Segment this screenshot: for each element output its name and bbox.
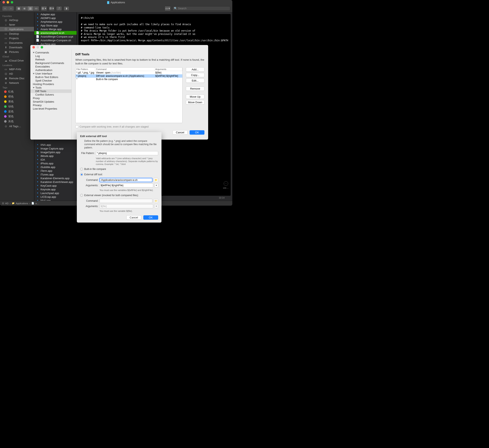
col-command[interactable]: Command	[95, 67, 155, 71]
checkbox-icon[interactable]	[75, 125, 78, 128]
nav-item-spell-checker[interactable]: Spell Checker	[30, 79, 72, 82]
edit-button[interactable]: Edit...	[186, 78, 204, 83]
nav-group[interactable]: Tools	[30, 86, 72, 90]
back-button[interactable]: ‹	[2, 6, 8, 11]
file-row[interactable]: 🔹iMovie.app	[34, 154, 77, 158]
sidebar-item-icloud[interactable]: ☁iCloud Drive	[0, 58, 34, 63]
radio-viewer[interactable]: External viewer (invoked for both compar…	[80, 194, 158, 197]
tags-button[interactable]: ◗	[64, 6, 69, 11]
sidebar-item-remote-disc[interactable]: ◉Remote Disc	[0, 76, 34, 81]
file-row[interactable]: 🔹Amphetamine.app	[34, 20, 77, 24]
close-icon[interactable]	[33, 46, 35, 49]
file-row[interactable]: 🔹iOA	[34, 158, 77, 162]
file-row[interactable]: 🔹Keynote.app	[34, 187, 77, 191]
sidebar-item-hd[interactable]: ⊡HD	[0, 71, 34, 76]
file-row[interactable]: 🔹Adapter.app	[34, 12, 77, 16]
nav-item-log[interactable]: Log	[30, 54, 72, 58]
ok-button[interactable]: OK	[190, 130, 204, 135]
view-list-button[interactable]: ≣	[22, 6, 27, 11]
file-row[interactable]: 🔹iSubtitle.app	[34, 165, 77, 169]
sidebar-item-airdrop[interactable]: ◎AirDrop	[0, 18, 34, 22]
minimize-icon[interactable]	[7, 1, 9, 3]
view-gallery-button[interactable]: ▭	[33, 6, 39, 11]
file-row[interactable]: 🔹Karabiner-Elements.app	[34, 176, 77, 180]
file-row[interactable]: 📄araxiscompare-w.sh	[34, 31, 77, 35]
view-column-button[interactable]: ▥	[27, 6, 33, 11]
file-row[interactable]: 🔹LICEcap.app	[34, 195, 77, 199]
prefs-nav[interactable]: CommandsLogRefreshBackground CommandsExe…	[30, 49, 72, 139]
arrange-button[interactable]: ⊞ ▾	[41, 6, 47, 11]
sidebar-tag[interactable]: 灰色	[0, 119, 34, 124]
more-icon[interactable]: ⋯	[224, 181, 228, 186]
nav-item-refresh[interactable]: Refresh	[30, 58, 72, 61]
copy-button[interactable]: Copy...	[186, 73, 204, 77]
ok-button[interactable]: OK	[143, 215, 158, 220]
sidebar-tag[interactable]: 橙色	[0, 94, 34, 99]
sidebar-item-downloads[interactable]: ⬇Downloads	[0, 45, 34, 49]
file-row[interactable]: 🔹Araxis Merge.app	[34, 27, 77, 31]
sidebar-item-all-tags[interactable]: ⊙ All Tags…	[0, 124, 34, 128]
sidebar-item-pictures[interactable]: ▣Pictures	[0, 49, 34, 54]
col-arguments[interactable]: Arguments	[155, 67, 182, 71]
file-row[interactable]: 🔹iTunes.app	[34, 173, 77, 176]
sidebar-tag[interactable]: 绿色	[0, 104, 34, 109]
sidebar-item-desktop[interactable]: ▭Desktop	[0, 31, 34, 36]
nav-item-built-in-text-editors[interactable]: Built-in Text Editors	[30, 75, 72, 79]
nav-item-proxy[interactable]: Proxy	[30, 96, 72, 100]
nav-item-executables[interactable]: Executables	[30, 65, 72, 68]
table-row[interactable]: *Built-in file compare	[76, 78, 182, 81]
table-row[interactable]: *.gif, *.png, *.jpgViewer: open (/usr/bi…	[76, 71, 182, 74]
sidebar-item-network[interactable]: ⊕Network	[0, 81, 34, 85]
path-segment[interactable]: a…	[35, 202, 39, 204]
radio-builtin[interactable]: Built-in file compare	[80, 167, 158, 171]
diff-tools-table[interactable]: File Pattern Command Arguments *.gif, *.…	[75, 67, 183, 123]
add-button[interactable]: Add...	[186, 67, 204, 72]
move-down-button[interactable]: Move Down	[186, 100, 204, 105]
file-row[interactable]: 🔹ImageOptim.app	[34, 150, 77, 154]
action-button[interactable]: ⚙ ▾	[49, 6, 55, 11]
nav-item-background-commands[interactable]: Background Commands	[30, 61, 72, 65]
nav-item-privacy[interactable]: Privacy	[30, 103, 72, 107]
sidebar-item-faner[interactable]: ⌂faner	[0, 22, 34, 27]
file-row[interactable]: 🔹KeyCastr.app	[34, 184, 77, 187]
file-row[interactable]: 🔹iTerm.app	[34, 169, 77, 173]
nav-item-smartgit-updates[interactable]: SmartGit Updates	[30, 100, 72, 103]
zoom-icon[interactable]	[41, 46, 43, 49]
nav-item-authentication[interactable]: Authentication	[30, 68, 72, 72]
sidebar-tag[interactable]: 红色	[0, 89, 34, 94]
remove-button[interactable]: Remove	[186, 87, 204, 91]
cancel-button[interactable]: Cancel	[126, 215, 141, 220]
file-pattern-input[interactable]	[96, 151, 158, 155]
sidebar-item-applications[interactable]: ⒶApplications	[0, 27, 34, 31]
sidebar-item-projects[interactable]: ▭Projects	[0, 36, 34, 41]
sidebar-tag[interactable]: 黄色	[0, 99, 34, 104]
file-row[interactable]: 🔹Image Capture.app	[34, 147, 77, 150]
file-row[interactable]: 🔹Launchpad.app	[34, 191, 77, 195]
forward-button[interactable]: ›	[8, 6, 14, 11]
cancel-button[interactable]: Cancel	[173, 130, 187, 135]
sidebar-tag[interactable]: 蓝色	[0, 109, 34, 114]
col-file-pattern[interactable]: File Pattern	[76, 67, 95, 71]
view-icon-button[interactable]: ▦	[16, 6, 22, 11]
nav-item-hosting-providers[interactable]: Hosting Providers	[30, 82, 72, 86]
table-row[interactable]: *.pbxprojDiff tool: araxiscompare-w.sh (…	[76, 74, 182, 78]
file-row[interactable]: 🔹Karabiner-EventViewer.app	[34, 180, 77, 184]
nav-item-low-level-properties[interactable]: Low-level Properties	[30, 107, 72, 110]
share-button[interactable]: ⤴	[56, 6, 62, 11]
sidebar-tag[interactable]: 紫色	[0, 114, 34, 119]
search-input[interactable]: 🔍 Search	[172, 6, 230, 11]
nav-group[interactable]: Commands	[30, 51, 72, 54]
sidebar-item-mbp-fan[interactable]: ▭MBP-FAN	[0, 67, 34, 71]
file-row[interactable]: 📄AraxisMerge-Compare.sh	[34, 38, 77, 42]
command-input[interactable]	[99, 178, 152, 182]
browse-button[interactable]: 📁	[154, 178, 158, 182]
file-row[interactable]: 📄AraxisMerge-Compare.scpt	[34, 35, 77, 38]
file-row[interactable]: 🔹iPhoto.app	[34, 162, 77, 165]
nav-group[interactable]: User Interface	[30, 72, 72, 75]
quicklook-button[interactable]: ▭ ▾	[165, 6, 171, 11]
radio-external[interactable]: External diff tool:	[80, 173, 158, 176]
file-row[interactable]: 🔹Mail.app	[34, 199, 77, 201]
close-icon[interactable]	[2, 1, 5, 3]
arguments-input[interactable]	[99, 183, 153, 187]
zoom-icon[interactable]	[11, 1, 13, 3]
